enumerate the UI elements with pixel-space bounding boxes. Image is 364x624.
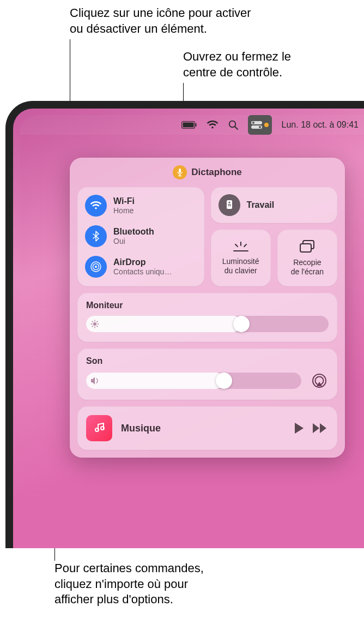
wifi-title: Wi-Fi	[113, 196, 135, 206]
svg-line-33	[97, 321, 98, 322]
svg-rect-17	[228, 204, 231, 205]
airdrop-sub: Contacts uniqu…	[113, 267, 172, 276]
keyboard-brightness-label: Luminosité du clavier	[222, 257, 259, 274]
svg-point-25	[93, 322, 96, 326]
svg-line-21	[235, 244, 238, 247]
focus-tile[interactable]: Travail	[211, 187, 338, 223]
bluetooth-toggle-icon[interactable]	[85, 225, 107, 247]
focus-icon[interactable]	[219, 194, 240, 216]
svg-rect-1	[183, 123, 193, 128]
sound-slider-knob[interactable]	[216, 373, 232, 389]
svg-line-31	[97, 326, 98, 327]
sound-slider[interactable]	[86, 373, 301, 389]
svg-rect-24	[300, 244, 311, 252]
control-center-panel: Dictaphone Wi-Fi Home	[70, 158, 345, 458]
wifi-row[interactable]: Wi-Fi Home	[85, 195, 197, 217]
screen-mirroring-label: Recopie de l'écran	[291, 258, 324, 275]
recording-indicator-dot	[264, 123, 269, 127]
bluetooth-row[interactable]: Bluetooth Oui	[85, 225, 197, 247]
recording-status-row[interactable]: Dictaphone	[77, 165, 337, 179]
keyboard-brightness-icon	[233, 241, 249, 254]
desktop: Lun. 18 oct. à 09:41 Dictaphone	[20, 115, 364, 548]
svg-line-22	[244, 244, 246, 247]
play-icon[interactable]	[294, 422, 305, 434]
wifi-toggle-icon[interactable]	[85, 195, 107, 217]
svg-line-4	[235, 127, 238, 129]
control-center-menubar-icon[interactable]	[248, 115, 272, 135]
svg-point-16	[228, 201, 230, 203]
display-brightness-tile[interactable]: Moniteur	[77, 293, 337, 342]
callout-toggle-icon: Cliquez sur une icône pour activer ou dé…	[70, 5, 251, 37]
airplay-audio-icon[interactable]	[310, 371, 329, 390]
svg-rect-18	[228, 206, 231, 206]
menubar: Lun. 18 oct. à 09:41	[20, 115, 364, 135]
bluetooth-sub: Oui	[113, 237, 154, 245]
spotlight-icon[interactable]	[228, 115, 238, 135]
microphone-icon	[173, 165, 187, 179]
battery-icon[interactable]	[181, 115, 197, 135]
callout-more-options: Pour certaines commandes, cliquez n'impo…	[54, 561, 204, 608]
wifi-sub: Home	[113, 206, 135, 215]
menubar-clock[interactable]: Lun. 18 oct. à 09:41	[282, 115, 359, 135]
screen-mirroring-tile[interactable]: Recopie de l'écran	[277, 230, 337, 286]
bluetooth-title: Bluetooth	[113, 227, 154, 237]
now-playing-tile[interactable]: Musique	[77, 406, 337, 450]
keyboard-brightness-tile[interactable]: Luminosité du clavier	[211, 230, 271, 286]
svg-marker-39	[320, 423, 326, 433]
wifi-icon[interactable]	[207, 115, 219, 135]
svg-point-14	[95, 266, 97, 268]
sound-label: Son	[86, 356, 329, 366]
airdrop-row[interactable]: AirDrop Contacts uniqu…	[85, 256, 197, 278]
music-title: Musique	[121, 423, 285, 434]
callout-open-cc: Ouvrez ou fermez le centre de contrôle.	[183, 49, 291, 80]
focus-label: Travail	[247, 200, 275, 210]
display-label: Moniteur	[86, 301, 329, 310]
recording-app-label: Dictaphone	[191, 167, 242, 178]
svg-rect-2	[195, 123, 196, 127]
svg-line-32	[92, 326, 93, 327]
laptop-frame: Lun. 18 oct. à 09:41 Dictaphone	[5, 101, 364, 548]
sound-tile[interactable]: Son	[77, 349, 337, 400]
airdrop-toggle-icon[interactable]	[85, 256, 107, 278]
brightness-icon	[90, 320, 99, 328]
music-app-icon	[86, 415, 112, 441]
svg-rect-9	[179, 169, 181, 173]
small-tiles-group: Luminosité du clavier Recopie de l'écran	[211, 230, 338, 286]
svg-marker-37	[295, 423, 304, 434]
display-slider-knob[interactable]	[233, 316, 250, 332]
volume-icon	[90, 376, 100, 385]
svg-marker-38	[313, 423, 319, 433]
svg-point-8	[259, 126, 261, 128]
connectivity-tile[interactable]: Wi-Fi Home Bluetooth Oui	[77, 187, 204, 286]
airdrop-title: AirDrop	[113, 257, 172, 267]
display-slider[interactable]	[86, 316, 329, 332]
screen-mirroring-icon	[299, 240, 316, 255]
svg-line-30	[92, 321, 93, 322]
next-track-icon[interactable]	[312, 423, 329, 434]
svg-point-6	[252, 122, 254, 124]
